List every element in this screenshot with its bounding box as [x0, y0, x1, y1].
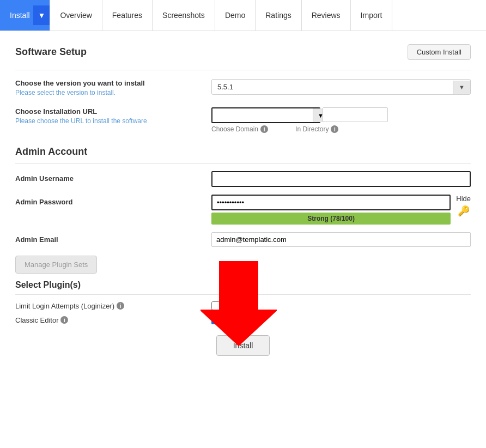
main-content: Software Setup Custom Install Choose the… [0, 31, 486, 369]
plugin-loginizer-check-col [211, 301, 220, 310]
nav-overview[interactable]: Overview [50, 0, 102, 31]
version-select[interactable]: 5.5.1 ▼ [211, 79, 471, 95]
key-icon[interactable]: 🔑 [458, 205, 470, 217]
install-btn-row: Install [15, 335, 471, 356]
admin-email-label: Admin Email [15, 232, 211, 244]
admin-email-row: Admin Email [15, 232, 471, 247]
password-actions: Hide 🔑 [456, 195, 471, 217]
url-label: Choose Installation URL [15, 107, 203, 116]
admin-password-row: Admin Password Strong (78/100) Hide 🔑 [15, 195, 471, 225]
nav-demo-label: Demo [225, 11, 245, 20]
admin-email-input[interactable] [211, 232, 471, 247]
url-label-col: Choose Installation URL Please choose th… [15, 107, 211, 125]
nav-features-label: Features [112, 11, 142, 20]
admin-account-title: Admin Account [15, 146, 471, 158]
admin-password-input[interactable] [211, 195, 451, 210]
admin-password-label: Admin Password [15, 195, 211, 206]
nav-import[interactable]: Import [351, 0, 393, 31]
nav-install-arrow[interactable]: ▼ [33, 5, 50, 25]
version-arrow-icon[interactable]: ▼ [453, 81, 470, 94]
plugin-classic-editor-checkbox[interactable] [211, 316, 220, 324]
nav-ratings-label: Ratings [265, 11, 291, 20]
nav-import-label: Import [361, 11, 382, 20]
hide-password-button[interactable]: Hide [456, 195, 471, 203]
in-directory-info-icon[interactable]: i [331, 125, 338, 133]
password-wrapper: Strong (78/100) Hide 🔑 [211, 195, 471, 225]
plugin-divider [15, 294, 471, 295]
plugin-loginizer-label: Limit Login Attempts (Loginizer) i [15, 302, 211, 310]
url-domain-input-wrapper: ▼ [211, 107, 320, 123]
url-sub-labels: Choose Domain i In Directory i [211, 125, 471, 133]
install-button[interactable]: Install [216, 335, 270, 356]
plugin-row-loginizer: Limit Login Attempts (Loginizer) i [15, 301, 471, 310]
version-label: Choose the version you want to install [15, 79, 203, 87]
nav-screenshots-label: Screenshots [162, 11, 205, 20]
nav-reviews[interactable]: Reviews [302, 0, 351, 31]
admin-username-row: Admin Username [15, 171, 471, 187]
admin-username-control [211, 171, 471, 187]
version-label-col: Choose the version you want to install P… [15, 79, 211, 96]
admin-username-label: Admin Username [15, 171, 211, 183]
admin-section: Admin Username Admin Password Strong (78… [15, 163, 471, 247]
nav-demo[interactable]: Demo [215, 0, 256, 31]
plugin-row-classic-editor: Classic Editor i [15, 316, 471, 324]
software-setup-section: Choose the version you want to install P… [15, 70, 471, 135]
nav-install[interactable]: Install ▼ [0, 0, 50, 31]
version-value: 5.5.1 [212, 80, 453, 94]
plugin-loginizer-info-icon[interactable]: i [117, 302, 124, 310]
nav-install-label: Install [10, 11, 30, 20]
in-directory-label: In Directory i [295, 125, 338, 133]
nav-features[interactable]: Features [102, 0, 153, 31]
plugin-classic-editor-check-col [211, 316, 220, 324]
nav-overview-label: Overview [60, 11, 92, 20]
password-strength-bar: Strong (78/100) [211, 213, 451, 225]
in-directory-input[interactable] [323, 107, 388, 122]
software-setup-header: Software Setup Custom Install [15, 44, 471, 60]
plugin-classic-editor-label: Classic Editor i [15, 316, 211, 324]
admin-username-input[interactable] [211, 171, 471, 187]
select-plugins-title: Select Plugin(s) [15, 280, 471, 290]
admin-email-control [211, 232, 471, 247]
custom-install-button[interactable]: Custom Install [408, 44, 471, 60]
top-nav: Install ▼ Overview Features Screenshots … [0, 0, 486, 31]
url-row: Choose Installation URL Please choose th… [15, 107, 471, 135]
plugin-loginizer-checkbox[interactable] [211, 301, 220, 310]
url-sublabel: Please choose the URL to install the sof… [15, 117, 203, 125]
manage-plugin-sets-button[interactable]: Manage Plugin Sets [15, 256, 97, 274]
password-col: Strong (78/100) [211, 195, 451, 225]
url-input-row: ▼ [211, 107, 471, 123]
choose-domain-info-icon[interactable]: i [260, 125, 268, 133]
version-control: 5.5.1 ▼ [211, 79, 471, 95]
url-domain-input[interactable] [212, 108, 313, 122]
plugin-classic-editor-info-icon[interactable]: i [60, 316, 68, 324]
version-sublabel: Please select the version to install. [15, 89, 203, 96]
choose-domain-label: Choose Domain i [211, 125, 268, 133]
version-row: Choose the version you want to install P… [15, 79, 471, 99]
software-setup-title: Software Setup [15, 46, 87, 58]
nav-reviews-label: Reviews [312, 11, 341, 20]
url-control: ▼ Choose Domain i In Directory i [211, 107, 471, 133]
plugin-row-container: Classic Editor i [15, 316, 471, 324]
in-directory-wrapper [323, 107, 388, 122]
nav-ratings[interactable]: Ratings [256, 0, 301, 31]
plugin-section: Manage Plugin Sets Select Plugin(s) Limi… [15, 256, 471, 324]
admin-password-control: Strong (78/100) Hide 🔑 [211, 195, 471, 225]
nav-screenshots[interactable]: Screenshots [153, 0, 215, 31]
